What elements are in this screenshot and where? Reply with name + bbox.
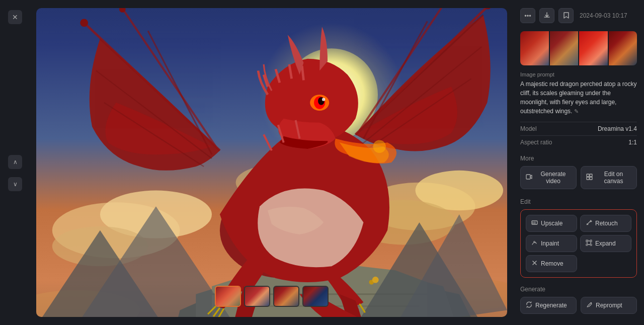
retouch-icon bbox=[586, 219, 592, 227]
strip-image-1[interactable] bbox=[520, 31, 549, 65]
strip-image-3[interactable] bbox=[579, 31, 608, 65]
edit-grid-container: HD Upscale Retouch bbox=[520, 209, 637, 278]
video-icon bbox=[526, 174, 532, 182]
prompt-text: A majestic red dragon perched atop a roc… bbox=[520, 79, 637, 116]
meta-section: Model Dreamina v1.4 Aspect ratio 1:1 bbox=[520, 122, 637, 149]
left-sidebar: ✕ ∧ ∨ bbox=[0, 0, 30, 325]
edit-section-title: Edit bbox=[520, 198, 637, 205]
close-icon: ✕ bbox=[12, 13, 18, 21]
model-row: Model Dreamina v1.4 bbox=[520, 122, 637, 135]
svg-rect-43 bbox=[590, 177, 592, 180]
aspect-value: 1:1 bbox=[628, 139, 637, 146]
svg-point-33 bbox=[322, 98, 325, 101]
svg-point-24 bbox=[372, 277, 379, 283]
more-options-button[interactable]: ••• bbox=[520, 8, 535, 23]
dragon-illustration bbox=[36, 8, 507, 317]
canvas-icon bbox=[586, 174, 593, 182]
regenerate-button[interactable]: Regenerate bbox=[520, 297, 577, 314]
edit-grid: HD Upscale Retouch bbox=[526, 215, 631, 272]
thumbnail-3[interactable] bbox=[273, 286, 299, 307]
svg-point-38 bbox=[373, 140, 385, 153]
svg-rect-47 bbox=[587, 241, 591, 245]
svg-rect-41 bbox=[590, 174, 592, 177]
nav-down-button[interactable]: ∨ bbox=[8, 177, 22, 191]
strip-image-2[interactable] bbox=[550, 31, 579, 65]
inpaint-icon bbox=[531, 239, 538, 248]
edit-on-canvas-button[interactable]: Edit on canvas bbox=[581, 166, 637, 189]
more-section: More Generate video bbox=[520, 155, 637, 192]
image-prompt-label: Image prompt bbox=[520, 71, 637, 77]
regenerate-icon bbox=[526, 301, 532, 309]
more-icon: ••• bbox=[524, 12, 531, 20]
expand-button[interactable]: Expand bbox=[580, 235, 631, 252]
download-icon bbox=[543, 12, 550, 20]
generate-action-row: Regenerate Reprompt bbox=[520, 297, 637, 314]
more-action-row: Generate video Edit on canvas bbox=[520, 166, 637, 189]
model-value: Dreamina v1.4 bbox=[598, 125, 637, 132]
reprompt-button[interactable]: Reprompt bbox=[581, 297, 637, 314]
svg-rect-40 bbox=[587, 174, 589, 177]
chevron-up-icon: ∧ bbox=[13, 158, 18, 166]
retouch-button[interactable]: Retouch bbox=[580, 215, 631, 232]
remove-button[interactable]: Remove bbox=[526, 255, 577, 272]
hd-icon: HD bbox=[531, 219, 538, 227]
thumbnail-2[interactable] bbox=[244, 286, 270, 307]
reprompt-icon bbox=[586, 301, 593, 309]
download-button[interactable] bbox=[539, 8, 554, 23]
svg-rect-42 bbox=[587, 177, 589, 180]
model-label: Model bbox=[520, 125, 537, 132]
thumbnail-1[interactable] bbox=[215, 286, 241, 307]
right-sidebar: ••• 2024-09-03 10:17 Image prompt bbox=[513, 0, 644, 325]
generate-section: Generate Regenerate Reprompt bbox=[520, 286, 637, 317]
remove-icon bbox=[531, 260, 538, 268]
generate-video-button[interactable]: Generate video bbox=[520, 166, 577, 189]
thumbnail-strip bbox=[215, 286, 329, 307]
bookmark-icon bbox=[563, 12, 570, 20]
sidebar-image-strip bbox=[520, 31, 637, 65]
svg-point-46 bbox=[534, 241, 535, 243]
svg-text:HD: HD bbox=[532, 221, 536, 224]
main-area bbox=[30, 0, 513, 325]
aspect-label: Aspect ratio bbox=[520, 139, 552, 146]
upscale-button[interactable]: HD Upscale bbox=[526, 215, 577, 232]
edit-section: Edit HD Upscale bbox=[520, 198, 637, 278]
thumbnail-4[interactable] bbox=[302, 286, 329, 307]
svg-point-34 bbox=[80, 19, 88, 27]
bookmark-button[interactable] bbox=[558, 8, 574, 23]
expand-icon bbox=[586, 239, 592, 248]
aspect-row: Aspect ratio 1:1 bbox=[520, 135, 637, 149]
timestamp: 2024-09-03 10:17 bbox=[580, 12, 627, 19]
generate-section-title: Generate bbox=[520, 286, 637, 293]
top-toolbar: ••• 2024-09-03 10:17 bbox=[520, 8, 637, 23]
prompt-section: Image prompt A majestic red dragon perch… bbox=[520, 71, 637, 116]
inpaint-button[interactable]: Inpaint bbox=[526, 235, 577, 252]
svg-rect-39 bbox=[526, 175, 530, 179]
prompt-edit-icon[interactable]: ✎ bbox=[574, 108, 579, 114]
nav-up-button[interactable]: ∧ bbox=[8, 155, 22, 169]
chevron-down-icon: ∨ bbox=[13, 181, 18, 188]
more-section-title: More bbox=[520, 155, 637, 162]
image-container bbox=[36, 8, 507, 317]
strip-image-4[interactable] bbox=[609, 31, 637, 65]
close-button[interactable]: ✕ bbox=[8, 10, 22, 24]
